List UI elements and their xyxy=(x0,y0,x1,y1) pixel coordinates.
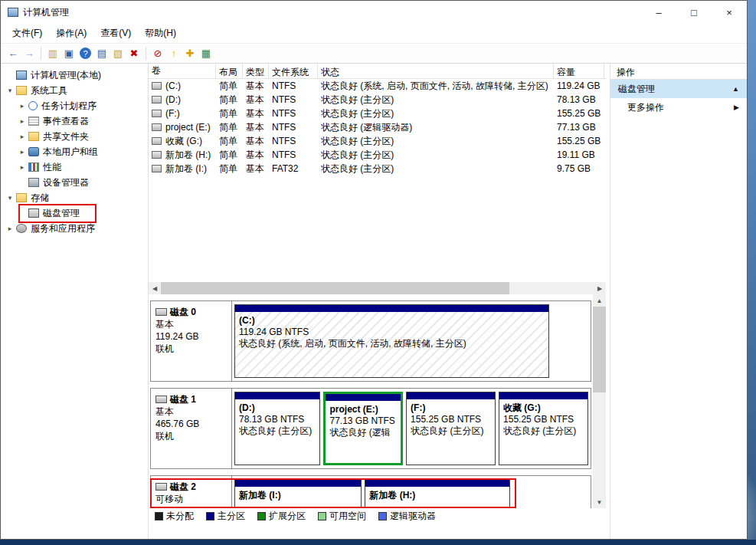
menu-view[interactable]: 查看(V) xyxy=(93,24,138,43)
main-area: 计算机管理(本地) ▾ 系统工具 ▸ 任务计划程序 ▸ 事件查看器 xyxy=(1,64,747,539)
tree-item-label: 共享文件夹 xyxy=(43,130,89,143)
volume-filesystem: NTFS xyxy=(269,136,318,146)
volume-layout: 简单 xyxy=(216,121,243,134)
column-filesystem[interactable]: 文件系统 xyxy=(269,64,318,78)
legend-swatch xyxy=(257,512,266,520)
expander-icon[interactable]: ▸ xyxy=(18,148,27,156)
tree-item-device-manager[interactable]: 设备管理器 xyxy=(1,175,148,190)
volume-type: 基本 xyxy=(243,149,269,162)
delete-icon[interactable]: ✖ xyxy=(126,46,142,61)
tree-item-label: 计算机管理(本地) xyxy=(31,69,101,82)
partition-h[interactable]: 新加卷 (H:) xyxy=(365,479,509,508)
volume-capacity: 119.24 GB xyxy=(554,80,604,91)
volume-capacity: 77.13 GB xyxy=(554,122,604,133)
partition-e-selected[interactable]: project (E:) 77.13 GB NTFS 状态良好 (逻辑 xyxy=(323,392,403,465)
submenu-arrow-icon[interactable]: ▶ xyxy=(734,103,739,111)
volume-row-h[interactable]: 新加卷 (H:) 简单 基本 NTFS 状态良好 (主分区) 19.11 GB xyxy=(149,148,606,162)
help-icon[interactable]: ? xyxy=(80,48,91,59)
scrollbar-thumb[interactable] xyxy=(161,282,509,294)
disk-icon xyxy=(155,396,167,403)
disk-0-info[interactable]: 磁盘 0 基本 119.24 GB 联机 xyxy=(151,301,232,381)
forward-icon[interactable]: → xyxy=(21,46,37,61)
partition-label: (C:) xyxy=(239,315,545,327)
tree-item-local-users-groups[interactable]: ▸ 本地用户和组 xyxy=(1,144,148,159)
tree-item-shared-folders[interactable]: ▸ 共享文件夹 xyxy=(1,129,148,144)
volume-row-d[interactable]: (D:) 简单 基本 NTFS 状态良好 (主分区) 78.13 GB xyxy=(149,93,606,107)
properties-icon[interactable]: ▣ xyxy=(61,46,77,61)
actions-item-label: 更多操作 xyxy=(627,101,664,114)
volume-layout: 简单 xyxy=(216,107,243,120)
tree-item-storage[interactable]: ▾ 存储 xyxy=(1,190,148,205)
volume-row-c[interactable]: (C:) 简单 基本 NTFS 状态良好 (系统, 启动, 页面文件, 活动, … xyxy=(149,79,606,93)
expander-icon[interactable]: ▸ xyxy=(18,102,27,110)
new-volume-icon[interactable]: ✚ xyxy=(182,46,198,61)
close-button[interactable]: × xyxy=(712,1,747,24)
partition-g[interactable]: 收藏 (G:) 155.25 GB NTFS 状态良好 (主分区) xyxy=(499,392,588,465)
actions-pane: 操作 磁盘管理 ▲ 更多操作 ▶ xyxy=(610,64,747,539)
scroll-down-icon[interactable]: ▼ xyxy=(594,496,606,508)
expander-icon[interactable]: ▸ xyxy=(18,163,27,171)
task-scheduler-icon xyxy=(28,101,38,110)
column-volume[interactable]: 卷 xyxy=(149,64,216,78)
grid-icon[interactable]: ▦ xyxy=(198,46,214,61)
tree-item-services-applications[interactable]: ▸ 服务和应用程序 xyxy=(1,221,148,236)
menu-action[interactable]: 操作(A) xyxy=(49,24,93,43)
scroll-left-icon[interactable]: ◀ xyxy=(149,282,161,294)
export-icon[interactable]: ▧ xyxy=(110,46,126,61)
scroll-right-icon[interactable]: ▶ xyxy=(594,282,606,294)
minimize-button[interactable]: – xyxy=(641,1,676,24)
tree-item-disk-management[interactable]: 磁盘管理 xyxy=(1,205,148,221)
maximize-button[interactable]: □ xyxy=(676,1,712,24)
volume-capacity: 19.11 GB xyxy=(554,149,604,160)
partition-c[interactable]: (C:) 119.24 GB NTFS 状态良好 (系统, 启动, 页面文件, … xyxy=(234,304,549,378)
expander-icon[interactable]: ▸ xyxy=(18,133,27,140)
volume-row-f[interactable]: (F:) 简单 基本 NTFS 状态良好 (主分区) 155.25 GB xyxy=(149,107,606,120)
console-tree-icon[interactable]: ▥ xyxy=(45,46,61,61)
actions-disk-management[interactable]: 磁盘管理 ▲ xyxy=(610,80,747,98)
column-capacity[interactable]: 容量 xyxy=(554,64,604,78)
legend-swatch xyxy=(155,512,163,520)
tree-item-computer-management[interactable]: 计算机管理(本地) xyxy=(1,67,148,83)
partition-d[interactable]: (D:) 78.13 GB NTFS 状态良好 (主分区) xyxy=(234,392,320,465)
back-icon[interactable]: ← xyxy=(5,46,21,61)
legend-label: 未分配 xyxy=(166,510,194,523)
column-status[interactable]: 状态 xyxy=(318,64,554,78)
volume-status: 状态良好 (主分区) xyxy=(318,149,554,162)
expander-icon[interactable]: ▸ xyxy=(18,117,27,125)
disk-0-row: 磁盘 0 基本 119.24 GB 联机 (C:) 1 xyxy=(150,300,591,382)
expander-icon[interactable]: ▸ xyxy=(5,225,15,232)
expander-icon[interactable]: ▾ xyxy=(5,87,15,94)
volume-icon xyxy=(152,123,162,131)
toolbar-separator xyxy=(146,47,146,60)
vertical-scrollbar[interactable]: ▲ ▼ xyxy=(593,294,606,508)
list-icon[interactable]: ▤ xyxy=(94,46,110,61)
partition-status: 状态良好 (主分区) xyxy=(503,425,584,437)
partition-i[interactable]: 新加卷 (I:) xyxy=(234,479,362,508)
tree-item-event-viewer[interactable]: ▸ 事件查看器 xyxy=(1,113,148,129)
volume-row-g[interactable]: 收藏 (G:) 简单 基本 NTFS 状态良好 (主分区) 155.25 GB xyxy=(149,134,606,148)
horizontal-scrollbar[interactable]: ◀ ▶ xyxy=(149,282,606,294)
volume-row-i[interactable]: 新加卷 (I:) 简单 基本 FAT32 状态良好 (主分区) 9.75 GB xyxy=(149,162,606,176)
disk-1-info[interactable]: 磁盘 1 基本 465.76 GB 联机 xyxy=(151,389,232,468)
tree-item-performance[interactable]: ▸ 性能 xyxy=(1,159,148,175)
column-type[interactable]: 类型 xyxy=(243,64,269,78)
partition-f[interactable]: (F:) 155.25 GB NTFS 状态良好 (主分区) xyxy=(406,392,496,465)
volume-filesystem: NTFS xyxy=(269,122,318,133)
tree-item-task-scheduler[interactable]: ▸ 任务计划程序 xyxy=(1,98,148,113)
volume-row-e[interactable]: project (E:) 简单 基本 NTFS 状态良好 (逻辑驱动器) 77.… xyxy=(149,120,606,134)
disk-2-info[interactable]: 磁盘 2 可移动 xyxy=(151,476,232,508)
tree-item-system-tools[interactable]: ▾ 系统工具 xyxy=(1,83,148,98)
tree-item-label: 服务和应用程序 xyxy=(31,222,95,235)
scroll-up-icon[interactable]: ▲ xyxy=(594,294,606,307)
partition-header xyxy=(326,394,401,401)
expander-icon[interactable]: ▾ xyxy=(5,194,15,202)
collapse-icon[interactable]: ▲ xyxy=(732,85,739,93)
up-arrow-icon[interactable]: ↑ xyxy=(166,46,182,61)
no-entry-icon[interactable]: ⊘ xyxy=(150,46,165,61)
actions-more-actions[interactable]: 更多操作 ▶ xyxy=(610,98,747,117)
menu-file[interactable]: 文件(F) xyxy=(5,24,49,43)
menu-help[interactable]: 帮助(H) xyxy=(138,24,183,43)
column-layout[interactable]: 布局 xyxy=(216,64,243,78)
volume-type: 基本 xyxy=(243,107,269,120)
scrollbar-thumb[interactable] xyxy=(593,307,606,392)
